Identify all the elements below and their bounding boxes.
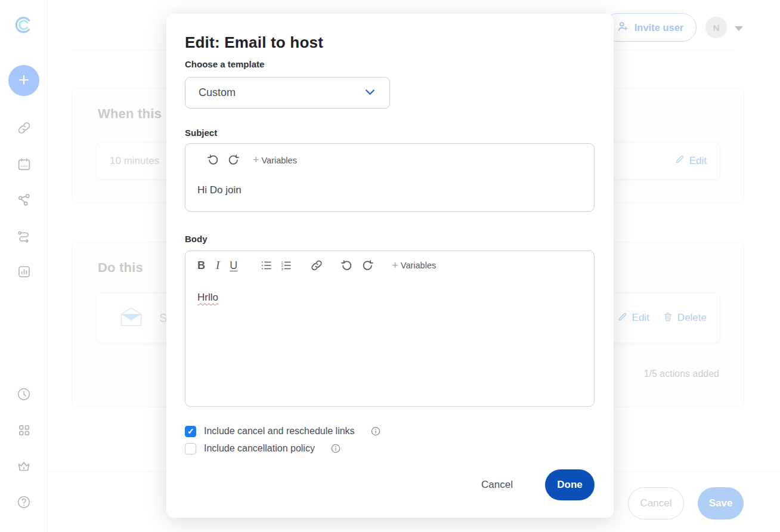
subject-label: Subject	[185, 128, 217, 138]
modal-title: Edit: Email to host	[185, 33, 323, 52]
insert-link-icon[interactable]	[310, 259, 323, 272]
subject-variables-button[interactable]: + Variables	[253, 154, 297, 166]
underline-button[interactable]: U	[230, 259, 237, 272]
redo-icon[interactable]	[227, 154, 240, 166]
chevron-down-icon	[365, 88, 375, 97]
plus-icon: +	[253, 154, 259, 166]
redo-icon[interactable]	[361, 259, 374, 272]
italic-button[interactable]: I	[216, 259, 219, 272]
bold-button[interactable]: B	[197, 259, 205, 272]
svg-text:3: 3	[281, 267, 284, 271]
undo-icon[interactable]	[341, 259, 353, 272]
subject-editor-box: + Variables Hi Do join	[185, 143, 595, 212]
body-editor-box: B I U 1 2 3	[185, 250, 595, 407]
numbered-list-icon[interactable]: 1 2 3	[280, 259, 293, 272]
option-row: Include cancel and reschedule links	[185, 425, 380, 437]
option-row: Include cancellation policy	[185, 443, 341, 454]
include-cancel-reschedule-checkbox[interactable]	[185, 426, 196, 437]
bullet-list-icon[interactable]	[260, 259, 273, 272]
option-label: Include cancel and reschedule links	[204, 426, 355, 437]
body-label: Body	[185, 234, 208, 244]
info-icon[interactable]	[371, 426, 380, 436]
include-cancellation-policy-checkbox[interactable]	[185, 443, 196, 454]
plus-icon: +	[392, 259, 398, 272]
body-variables-button[interactable]: + Variables	[392, 259, 436, 272]
option-label: Include cancellation policy	[204, 443, 315, 454]
template-label: Choose a template	[185, 59, 264, 69]
variables-label: Variables	[262, 156, 297, 165]
subject-input[interactable]: Hi Do join	[197, 184, 242, 196]
body-input[interactable]: Hrllo	[197, 292, 218, 304]
template-select[interactable]: Custom	[185, 77, 390, 109]
template-selected-value: Custom	[199, 86, 365, 99]
info-icon[interactable]	[331, 444, 341, 453]
subject-toolbar: + Variables	[207, 154, 297, 166]
misspelled-word: Hrllo	[197, 292, 218, 303]
body-toolbar: B I U 1 2 3	[197, 259, 436, 272]
variables-label: Variables	[401, 261, 436, 270]
modal-done-button[interactable]: Done	[545, 469, 595, 500]
modal-cancel-button[interactable]: Cancel	[478, 478, 516, 491]
undo-icon[interactable]	[207, 154, 219, 166]
edit-email-modal: Edit: Email to host Choose a template Cu…	[166, 14, 614, 518]
app-root: Invite user N When this 10 minutes Edit	[0, 0, 780, 532]
